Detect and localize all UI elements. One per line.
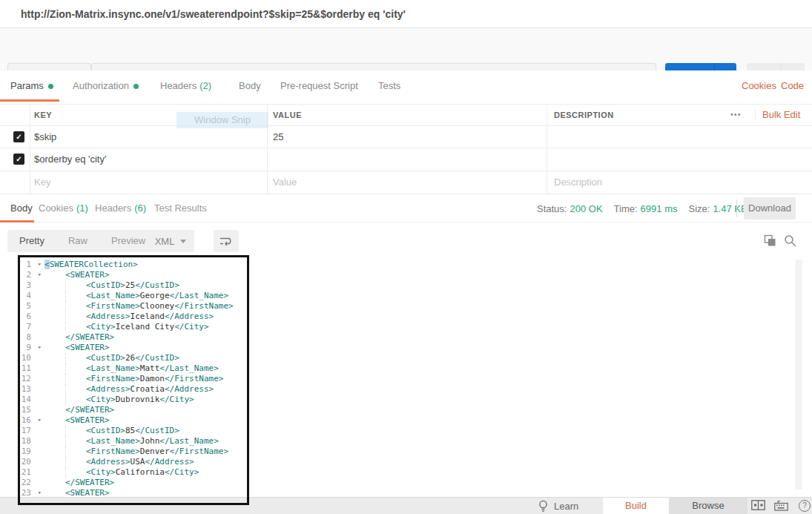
format-select[interactable]: XML — [147, 230, 194, 252]
code-text: <CustID>85</CustID> — [44, 426, 179, 436]
code-line: 11<Last_Name>Matt</Last_Name> — [0, 363, 805, 374]
line-number: 3 — [26, 280, 31, 291]
code-line: 23▾<SWEATER> — [0, 488, 805, 495]
browse-segment[interactable]: Browse — [669, 498, 747, 514]
response-tab-cookies[interactable]: Cookies(1) — [39, 194, 88, 223]
line-number: 23 — [22, 488, 31, 495]
code-text: <CustID>26</CustID> — [44, 353, 179, 363]
fold-caret-icon[interactable]: ▾ — [38, 415, 42, 425]
keyboard-icon — [774, 500, 788, 511]
tab-authorization[interactable]: Authorization — [73, 70, 139, 102]
pretty-button[interactable]: Pretty — [7, 230, 56, 252]
green-dot-icon — [133, 84, 139, 89]
new-param-value-input[interactable]: Value — [273, 171, 297, 194]
cookies-count: (1) — [76, 202, 88, 214]
wrap-lines-icon — [219, 236, 234, 246]
response-tab-test-results[interactable]: Test Results — [154, 194, 207, 223]
response-tab-headers[interactable]: Headers(6) — [95, 194, 146, 223]
request-tab-title[interactable]: http://Zion-Matrix.insync.one/v1/sweater… — [21, 0, 406, 28]
cookies-link[interactable]: Cookies — [742, 70, 776, 102]
code-line: 16▾<SWEATER> — [0, 415, 805, 426]
search-icon — [784, 234, 797, 248]
more-options-icon[interactable]: ••• — [730, 105, 742, 125]
code-line: 18<Last_Name>John</Last_Name> — [0, 436, 805, 447]
param-checkbox[interactable]: ✓ — [13, 131, 24, 142]
line-gutter: 21 — [0, 467, 43, 478]
param-key[interactable]: $orderby eq 'city' — [34, 148, 106, 171]
new-param-description-input[interactable]: Description — [554, 171, 602, 194]
request-tabs: Params Authorization Headers(2) Body Pre… — [0, 70, 812, 102]
learn-button[interactable]: Learn — [538, 498, 578, 514]
fold-caret-icon[interactable]: ▾ — [38, 487, 42, 495]
code-text: <Address>USA</Address> — [44, 457, 194, 467]
response-tab-body[interactable]: Body — [10, 194, 33, 223]
download-button[interactable]: Download — [744, 197, 796, 220]
line-number: 1 — [26, 260, 31, 270]
status-value: 200 OK — [570, 203, 602, 214]
build-segment[interactable]: Build — [603, 498, 669, 514]
line-gutter: 11 — [0, 363, 43, 374]
two-pane-view-button[interactable] — [751, 500, 765, 513]
table-divider — [0, 148, 812, 148]
keyboard-shortcuts-button[interactable] — [774, 500, 788, 513]
code-text: <Last_Name>Matt</Last_Name> — [44, 363, 219, 374]
bulk-edit-link[interactable]: Bulk Edit — [762, 105, 800, 125]
code-text: <Address>Croatia</Address> — [44, 384, 214, 395]
help-button[interactable]: ? — [799, 500, 811, 512]
line-gutter: 2▾ — [0, 270, 43, 280]
fold-caret-icon[interactable]: ▾ — [38, 269, 42, 280]
vertical-scrollbar[interactable] — [796, 260, 802, 490]
line-gutter: 18 — [0, 436, 43, 447]
tab-tests[interactable]: Tests — [378, 70, 400, 102]
line-number: 20 — [22, 457, 31, 467]
search-button[interactable] — [784, 234, 797, 248]
param-key[interactable]: $skip — [34, 125, 56, 148]
line-number: 18 — [22, 436, 31, 447]
line-gutter: 20 — [0, 457, 43, 467]
line-number: 6 — [26, 312, 31, 322]
code-line: 20<Address>USA</Address> — [0, 457, 805, 467]
param-checkbox[interactable]: ✓ — [13, 154, 24, 165]
size-value: 1.47 KB — [713, 203, 747, 214]
column-header-value: VALUE — [273, 105, 302, 125]
raw-button[interactable]: Raw — [56, 230, 99, 252]
line-number: 19 — [22, 447, 31, 457]
code-text: <SWEATER> — [44, 488, 110, 495]
code-line: 15</SWEATER> — [0, 405, 805, 415]
line-number: 2 — [26, 270, 31, 280]
code-text: </SWEATER> — [44, 478, 114, 488]
code-link[interactable]: Code — [781, 70, 804, 102]
copy-button[interactable] — [764, 234, 776, 247]
tab-headers[interactable]: Headers(2) — [160, 70, 211, 102]
tab-body[interactable]: Body — [239, 70, 261, 102]
code-line: 13<Address>Croatia</Address> — [0, 384, 805, 395]
code-line: 21<City>California</City> — [0, 467, 805, 478]
line-number: 22 — [22, 478, 31, 488]
view-mode-group: Pretty Raw Preview — [7, 230, 157, 252]
line-gutter: 16▾ — [0, 415, 43, 426]
response-body-viewer: 1▾<SWEATERCollection>2▾<SWEATER>3<CustID… — [0, 256, 812, 495]
code-line: 10<CustID>26</CustID> — [0, 353, 805, 363]
lightbulb-icon — [538, 500, 548, 513]
green-dot-icon — [48, 84, 53, 89]
fold-caret-icon[interactable]: ▾ — [38, 259, 42, 269]
code-text: <SWEATER> — [44, 415, 110, 426]
line-number: 21 — [22, 467, 31, 478]
line-number: 14 — [22, 395, 31, 405]
tab-params[interactable]: Params — [10, 70, 53, 102]
param-value[interactable]: 25 — [273, 125, 283, 148]
line-gutter: 22 — [0, 478, 43, 488]
line-number: 15 — [22, 405, 31, 415]
new-param-key-input[interactable]: Key — [34, 171, 50, 194]
wrap-lines-button[interactable] — [214, 230, 239, 252]
code-line: 12<FirstName>Damon</FirstName> — [0, 374, 805, 384]
code-line: 8</SWEATER> — [0, 332, 805, 343]
postman-app: http://Zion-Matrix.insync.one/v1/sweater… — [0, 0, 812, 514]
column-divider — [755, 109, 756, 121]
bottom-status-bar: Learn Build Browse ? — [0, 497, 812, 514]
fold-caret-icon[interactable]: ▾ — [38, 342, 42, 352]
tab-pre-request-script[interactable]: Pre-request Script — [280, 70, 358, 102]
code-line: 22</SWEATER> — [0, 478, 805, 488]
table-divider — [0, 125, 812, 126]
request-tab-bar: http://Zion-Matrix.insync.one/v1/sweater… — [0, 0, 812, 28]
